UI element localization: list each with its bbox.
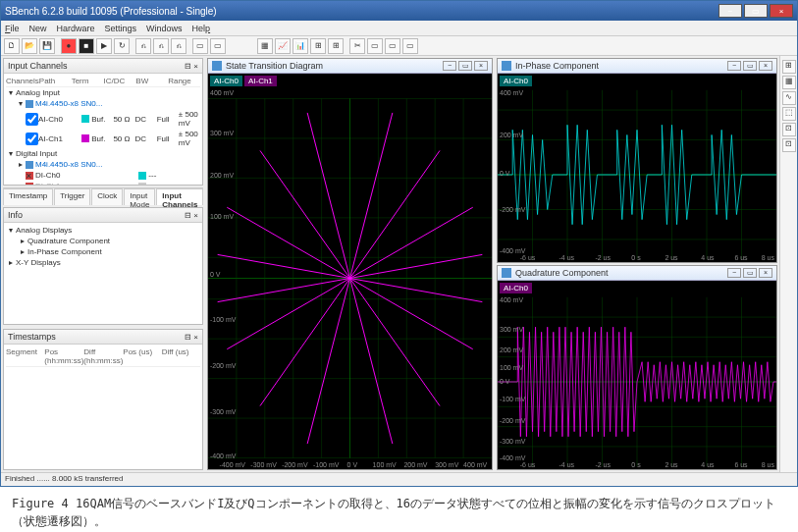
- x-icon: ✕: [26, 172, 33, 180]
- inphase-plot[interactable]: 400 mV 200 mV 0 V -200 mV -400 mV -6 us …: [498, 87, 776, 262]
- analog-displays-node[interactable]: ▾Analog Displays: [6, 225, 200, 236]
- menu-new[interactable]: New: [29, 24, 47, 33]
- tool-play-icon[interactable]: ▶: [96, 38, 112, 54]
- status-bar: Finished ...... 8.000 kS transferred: [1, 472, 797, 486]
- info-panel: Info⊟ × ▾Analog Displays ▸Quadrature Com…: [3, 207, 203, 325]
- ch1-tag[interactable]: AI-Ch1: [244, 76, 277, 86]
- minimize-button[interactable]: −: [718, 4, 742, 18]
- digital-device[interactable]: ▸M4i.4450-x8 SN0...: [6, 159, 200, 170]
- tool-record-icon[interactable]: ●: [61, 38, 77, 54]
- subwin-min-icon[interactable]: −: [727, 61, 741, 71]
- subwin-max-icon[interactable]: ▭: [458, 61, 472, 71]
- tab-trigger[interactable]: Trigger: [54, 188, 90, 205]
- timestamps-panel: Timestamps⊟ × SegmentPos (hh:mm:ss)Diff …: [3, 329, 203, 470]
- inphase-title: In-Phase Component: [515, 61, 599, 71]
- tool-loop-icon[interactable]: ↻: [114, 38, 130, 54]
- analog-device[interactable]: ▾M4i.4450-x8 SN0...: [6, 98, 200, 109]
- subwin-close-icon[interactable]: ×: [759, 268, 772, 278]
- ch-tag[interactable]: AI-Ch0: [500, 283, 532, 293]
- side-tool-1-icon[interactable]: ⊞: [782, 60, 796, 74]
- tool-e-icon[interactable]: ▭: [210, 38, 226, 54]
- ch0-tag[interactable]: AI-Ch0: [210, 76, 242, 86]
- tool-j-icon[interactable]: ▭: [402, 38, 418, 54]
- tool-save-icon[interactable]: 💾: [39, 38, 55, 54]
- subwin-min-icon[interactable]: −: [727, 268, 741, 278]
- channel-row-ai0[interactable]: AI-Ch0Buf.50 ΩDCFull± 500 mV: [6, 109, 200, 129]
- left-dock: Input Channels⊟ × ChannelsPathTermIC/DCB…: [1, 56, 205, 472]
- tab-input-mode[interactable]: Input Mode: [124, 188, 155, 205]
- left-tabs: Timestamp Trigger Clock Input Mode Input…: [3, 187, 203, 205]
- tool-scope-icon[interactable]: 📊: [293, 38, 308, 54]
- side-tool-6-icon[interactable]: ⊡: [782, 138, 796, 152]
- menu-windows[interactable]: Windows: [146, 24, 183, 33]
- figure-caption: Figure 4 16QAM信号のベースバンドI及びQコンポーネントの取得と、1…: [0, 487, 798, 532]
- tool-chart-icon[interactable]: 📈: [275, 38, 291, 54]
- subwin-close-icon[interactable]: ×: [474, 61, 488, 71]
- tool-new-icon[interactable]: 🗋: [4, 38, 20, 54]
- ch1-checkbox[interactable]: [26, 133, 38, 145]
- tool-i-icon[interactable]: ▭: [385, 38, 400, 54]
- menu-file[interactable]: FFileile: [5, 24, 20, 33]
- tool-d-icon[interactable]: ▭: [192, 38, 208, 54]
- tool-grid-icon[interactable]: ▦: [257, 38, 273, 54]
- tool-h-icon[interactable]: ▭: [367, 38, 383, 54]
- subwin-max-icon[interactable]: ▭: [743, 268, 757, 278]
- panel-pin-icon[interactable]: ⊟ ×: [185, 62, 198, 71]
- menu-settings[interactable]: Settings: [105, 24, 137, 33]
- channels-header: ChannelsPathTermIC/DCBWRange: [6, 76, 200, 87]
- inphase-window: In-Phase Component−▭× AI-Ch0 400 mV 200 …: [497, 58, 777, 263]
- subwin-close-icon[interactable]: ×: [759, 61, 772, 71]
- timestamps-title: Timestamps: [8, 332, 56, 342]
- analog-input-group[interactable]: ▾Analog Input: [6, 87, 200, 98]
- toolbar: 🗋 📂 💾 ● ■ ▶ ↻ ⎌ ⎌ ⎌ ▭ ▭ ▦ 📈 📊 ⊞ ⊞ ✂ ▭ ▭ …: [1, 36, 797, 56]
- app-window: SBench 6.2.8 build 10095 (Professional -…: [0, 0, 798, 487]
- ch0-checkbox[interactable]: [26, 113, 38, 126]
- subwin-min-icon[interactable]: −: [443, 61, 456, 71]
- tool-stop-icon[interactable]: ■: [79, 38, 94, 54]
- maximize-button[interactable]: ▭: [744, 4, 768, 18]
- tool-c-icon[interactable]: ⎌: [171, 38, 186, 54]
- plot-icon: [212, 61, 222, 71]
- side-tool-4-icon[interactable]: ⬚: [782, 107, 796, 121]
- tab-input-channels[interactable]: Input Channels: [156, 188, 203, 205]
- channel-row-di0[interactable]: ✕DI-Ch0---: [6, 170, 200, 181]
- subwin-max-icon[interactable]: ▭: [743, 61, 757, 71]
- plot-icon: [502, 268, 511, 278]
- channel-row-di1[interactable]: ✕DI-Ch1---: [6, 181, 200, 185]
- quadrature-window: Quadrature Component−▭× AI-Ch0 400 mV 30…: [497, 265, 777, 470]
- menu-hardware[interactable]: Hardware: [57, 24, 95, 33]
- tab-timestamp[interactable]: Timestamp: [3, 188, 53, 205]
- digital-input-group[interactable]: ▾Digital Input: [6, 148, 200, 159]
- tab-clock[interactable]: Clock: [91, 188, 123, 205]
- side-tool-5-icon[interactable]: ⊡: [782, 123, 796, 136]
- info-title: Info: [8, 210, 23, 220]
- quad-plot[interactable]: 400 mV 300 mV 200 mV 100 mV 0 V -100 mV …: [498, 294, 776, 469]
- panel-pin-icon[interactable]: ⊟ ×: [185, 211, 198, 220]
- side-tool-2-icon[interactable]: ▦: [782, 76, 796, 89]
- app-title: SBench 6.2.8 build 10095 (Professional -…: [5, 6, 217, 17]
- xy-displays-node[interactable]: ▸X-Y Displays: [6, 257, 200, 268]
- tool-g-icon[interactable]: ⊞: [328, 38, 344, 54]
- right-area: In-Phase Component−▭× AI-Ch0 400 mV 200 …: [495, 56, 779, 472]
- center-area: State Transition Diagram−▭× AI-Ch0AI-Ch1: [205, 56, 495, 472]
- timestamps-header: SegmentPos (hh:mm:ss)Diff (hh:mm:ss)Pos …: [6, 346, 200, 367]
- plot-icon: [502, 61, 511, 71]
- panel-pin-icon[interactable]: ⊟ ×: [185, 333, 198, 342]
- state-title: State Transition Diagram: [226, 61, 323, 71]
- menu-help[interactable]: Help: [192, 24, 211, 33]
- tool-cut-icon[interactable]: ✂: [349, 38, 365, 54]
- ch-tag[interactable]: AI-Ch0: [500, 76, 532, 86]
- info-item-inphase[interactable]: ▸In-Phase Component: [6, 246, 200, 257]
- close-button[interactable]: ×: [770, 4, 793, 18]
- tool-open-icon[interactable]: 📂: [22, 38, 37, 54]
- channel-row-ai1[interactable]: AI-Ch1Buf.50 ΩDCFull± 500 mV: [6, 129, 200, 148]
- side-tool-3-icon[interactable]: ∿: [782, 91, 796, 105]
- tool-f-icon[interactable]: ⊞: [310, 38, 326, 54]
- info-item-quad[interactable]: ▸Quadrature Component: [6, 236, 200, 246]
- tool-b-icon[interactable]: ⎌: [153, 38, 169, 54]
- state-plot[interactable]: 400 mV 300 mV 200 mV 100 mV 0 V -100 mV …: [208, 87, 492, 469]
- tool-a-icon[interactable]: ⎌: [135, 38, 151, 54]
- input-channels-title: Input Channels: [8, 61, 68, 71]
- quad-title: Quadrature Component: [515, 268, 609, 278]
- state-transition-window: State Transition Diagram−▭× AI-Ch0AI-Ch1: [207, 58, 493, 470]
